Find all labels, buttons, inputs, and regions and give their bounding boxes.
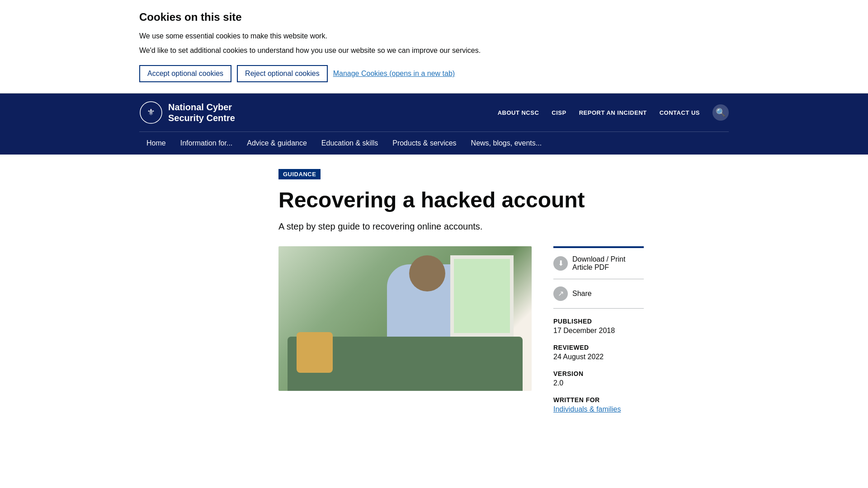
site-header: ⚜ National Cyber Security Centre ABOUT N…	[0, 94, 868, 155]
main-nav-home[interactable]: Home	[139, 132, 173, 155]
page-subtitle: A step by step guide to recovering onlin…	[278, 221, 590, 232]
article-layout: ⬇ Download / Print Article PDF ↗ Share P…	[278, 246, 590, 413]
cookie-text-2: We'd like to set additional cookies to u…	[139, 45, 729, 56]
search-button[interactable]: 🔍	[712, 104, 729, 121]
cookie-text-1: We use some essential cookies to make th…	[139, 31, 729, 42]
cookie-title: Cookies on this site	[139, 11, 729, 23]
search-icon: 🔍	[716, 108, 726, 117]
download-action[interactable]: ⬇ Download / Print Article PDF	[553, 255, 644, 279]
share-action[interactable]: ↗ Share	[553, 286, 644, 309]
article-sidebar: ⬇ Download / Print Article PDF ↗ Share P…	[553, 246, 644, 413]
main-nav-information[interactable]: Information for...	[173, 132, 240, 155]
article-image	[278, 246, 532, 391]
couch-decoration	[288, 337, 523, 391]
article-main	[278, 246, 532, 391]
ncsc-crest-icon: ⚜	[139, 101, 163, 124]
main-nav: Home Information for... Advice & guidanc…	[139, 132, 729, 155]
page-title: Recovering a hacked account	[278, 188, 590, 212]
window-decoration	[450, 255, 514, 337]
share-label: Share	[572, 290, 592, 298]
article-meta: PUBLISHED 17 December 2018 REVIEWED 24 A…	[553, 318, 644, 413]
nav-contact-us[interactable]: CONTACT US	[660, 109, 700, 116]
guidance-tag: GUIDANCE	[278, 169, 321, 179]
main-nav-news[interactable]: News, blogs, events...	[464, 132, 549, 155]
sidebar-divider	[553, 246, 644, 248]
main-nav-advice[interactable]: Advice & guidance	[240, 132, 314, 155]
reject-cookies-button[interactable]: Reject optional cookies	[237, 65, 328, 82]
download-label: Download / Print Article PDF	[572, 255, 644, 272]
cookie-banner: Cookies on this site We use some essenti…	[0, 0, 868, 94]
reviewed-label: REVIEWED	[553, 344, 644, 351]
share-icon: ↗	[553, 286, 568, 301]
cookie-buttons: Accept optional cookies Reject optional …	[139, 65, 729, 82]
main-nav-products[interactable]: Products & services	[385, 132, 463, 155]
accept-cookies-button[interactable]: Accept optional cookies	[139, 65, 231, 82]
nav-report-incident[interactable]: REPORT AN INCIDENT	[579, 109, 647, 116]
published-label: PUBLISHED	[553, 318, 644, 325]
nav-cisp[interactable]: CISP	[552, 109, 566, 116]
version-label: VERSION	[553, 370, 644, 377]
published-date: 17 December 2018	[553, 327, 644, 335]
logo-text: National Cyber Security Centre	[168, 102, 235, 123]
svg-text:⚜: ⚜	[147, 107, 155, 117]
nav-about-ncsc[interactable]: ABOUT NCSC	[498, 109, 539, 116]
header-top-nav: ABOUT NCSC CISP REPORT AN INCIDENT CONTA…	[498, 104, 729, 121]
manage-cookies-link[interactable]: Manage Cookies (opens in a new tab)	[333, 70, 455, 78]
written-for-label: WRITTEN FOR	[553, 396, 644, 404]
written-for-link[interactable]: Individuals & families	[553, 405, 621, 413]
download-icon: ⬇	[553, 256, 568, 271]
version-value: 2.0	[553, 379, 644, 387]
main-nav-education[interactable]: Education & skills	[314, 132, 385, 155]
logo-area[interactable]: ⚜ National Cyber Security Centre	[139, 101, 235, 124]
header-top: ⚜ National Cyber Security Centre ABOUT N…	[139, 94, 729, 132]
reviewed-date: 24 August 2022	[553, 353, 644, 361]
main-content: GUIDANCE Recovering a hacked account A s…	[139, 155, 729, 435]
